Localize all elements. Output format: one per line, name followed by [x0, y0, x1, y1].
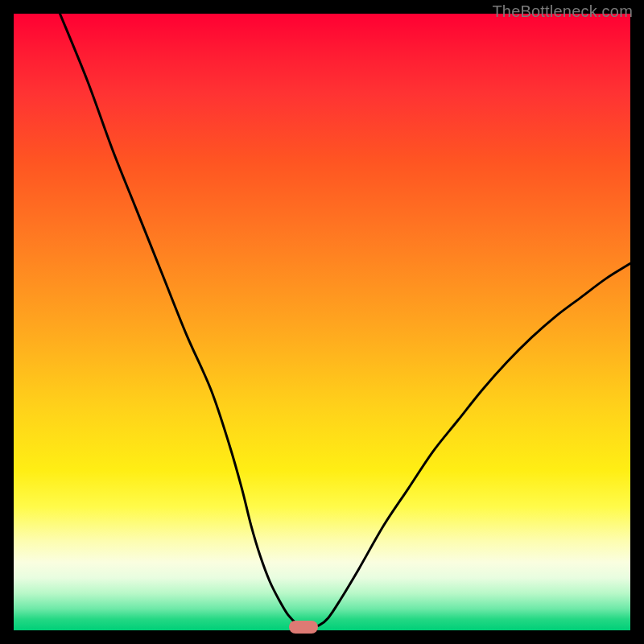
plot-area	[14, 14, 630, 630]
chart-container: TheBottleneck.com	[0, 0, 644, 644]
bottleneck-curve	[14, 14, 630, 630]
optimal-marker	[289, 621, 318, 634]
attribution-text: TheBottleneck.com	[492, 2, 633, 21]
